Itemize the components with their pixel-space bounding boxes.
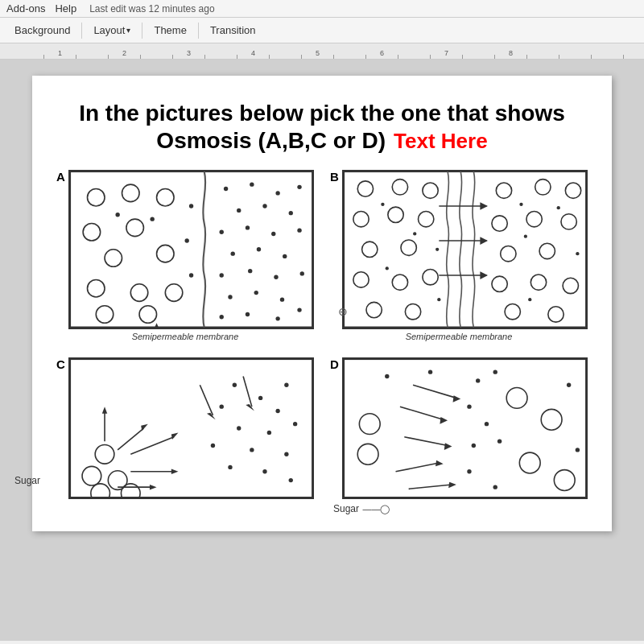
svg-point-121 xyxy=(288,478,292,482)
svg-point-143 xyxy=(476,378,480,382)
svg-point-32 xyxy=(219,274,223,278)
svg-point-37 xyxy=(254,291,258,295)
svg-point-34 xyxy=(274,275,278,279)
svg-point-114 xyxy=(267,431,271,435)
toolbar-divider-2 xyxy=(142,23,142,39)
diagram-d-sugar-label: Sugar xyxy=(330,503,359,514)
svg-point-144 xyxy=(493,369,497,374)
menu-addons[interactable]: Add-ons xyxy=(6,2,45,14)
text-here-label: Text Here xyxy=(394,129,488,154)
svg-point-23 xyxy=(262,204,266,208)
svg-point-119 xyxy=(228,465,232,469)
toolbar-divider-3 xyxy=(198,23,199,39)
svg-point-109 xyxy=(258,395,262,399)
zoom-icon[interactable]: ⊕ xyxy=(338,305,348,318)
menu-items: Add-ons Help xyxy=(6,2,76,14)
toolbar-divider-1 xyxy=(81,23,82,39)
svg-point-13 xyxy=(115,213,119,217)
diagram-c-wrapper: C xyxy=(56,357,314,515)
diagram-a-wrapper: A xyxy=(56,170,314,341)
svg-point-116 xyxy=(211,444,215,448)
svg-point-115 xyxy=(293,422,297,426)
diagram-b-svg: Sugar Water xyxy=(344,171,586,328)
svg-point-150 xyxy=(493,485,497,489)
svg-point-19 xyxy=(250,183,254,187)
ruler: 1 2 3 4 5 6 7 8 xyxy=(0,43,644,60)
svg-point-20 xyxy=(275,191,279,195)
svg-point-110 xyxy=(284,382,288,386)
svg-rect-89 xyxy=(70,359,312,497)
svg-point-16 xyxy=(184,239,188,243)
svg-point-62 xyxy=(413,232,416,235)
diagram-d-box: Water xyxy=(342,357,588,499)
layout-button[interactable]: Layout ▾ xyxy=(85,21,138,39)
diagram-b-box: Sugar Water xyxy=(342,170,588,329)
svg-point-118 xyxy=(284,452,288,456)
svg-point-36 xyxy=(228,295,232,299)
svg-point-152 xyxy=(428,369,432,374)
svg-point-38 xyxy=(280,298,284,302)
svg-point-30 xyxy=(257,247,261,251)
svg-point-14 xyxy=(150,217,154,221)
svg-point-153 xyxy=(567,382,571,386)
diagrams-grid: A xyxy=(56,170,588,515)
top-menu-bar: Add-ons Help Last edit was 12 minutes ag… xyxy=(0,0,644,18)
svg-point-147 xyxy=(471,444,475,448)
title-line1: In the pictures below pick the one that … xyxy=(56,100,588,127)
diagram-a-caption: Semipermeable membrane xyxy=(56,332,314,341)
background-button[interactable]: Background xyxy=(6,21,78,39)
transition-button[interactable]: Transition xyxy=(202,21,264,39)
svg-point-64 xyxy=(385,266,388,270)
diagram-a-box: Sugar Water xyxy=(68,170,314,329)
svg-rect-125 xyxy=(344,359,586,497)
svg-point-149 xyxy=(467,469,471,473)
svg-point-21 xyxy=(297,185,301,189)
diagram-b-caption: Semipermeable membrane xyxy=(330,332,588,341)
svg-point-120 xyxy=(262,469,266,473)
svg-point-18 xyxy=(224,187,228,191)
svg-point-28 xyxy=(297,229,301,233)
svg-point-83 xyxy=(556,206,559,209)
menu-help[interactable]: Help xyxy=(55,2,76,14)
svg-point-154 xyxy=(576,448,580,452)
svg-point-33 xyxy=(248,269,252,273)
layout-label: Layout xyxy=(93,24,125,36)
svg-point-22 xyxy=(237,208,241,213)
diagram-d-wrapper: D xyxy=(330,357,588,515)
svg-point-113 xyxy=(237,426,241,430)
svg-point-35 xyxy=(299,271,303,275)
svg-point-25 xyxy=(219,230,223,234)
svg-point-148 xyxy=(497,439,502,443)
diagram-a-svg: Sugar Water xyxy=(70,171,312,328)
svg-rect-0 xyxy=(70,171,312,328)
svg-point-86 xyxy=(528,298,531,301)
svg-point-41 xyxy=(275,316,279,320)
svg-point-17 xyxy=(189,274,193,278)
svg-point-40 xyxy=(246,312,250,316)
layout-dropdown-arrow: ▾ xyxy=(126,26,130,35)
diagram-a-label: A xyxy=(56,170,65,184)
svg-point-26 xyxy=(246,225,250,229)
diagram-d-svg: Water xyxy=(344,359,586,497)
svg-point-145 xyxy=(467,404,471,408)
svg-point-146 xyxy=(485,422,489,426)
svg-point-108 xyxy=(233,382,237,386)
diagram-d-label: D xyxy=(330,357,339,371)
svg-rect-47 xyxy=(344,171,586,328)
svg-point-112 xyxy=(219,404,223,408)
svg-point-85 xyxy=(576,252,579,255)
toolbar: Background Layout ▾ Theme Transition xyxy=(0,18,644,43)
slide-area: In the pictures below pick the one that … xyxy=(0,60,644,641)
svg-point-42 xyxy=(297,308,301,312)
svg-point-27 xyxy=(271,232,275,236)
last-edit-text: Last edit was 12 minutes ago xyxy=(89,3,214,14)
diagram-c-label: C xyxy=(56,357,65,371)
diagram-c-box: Water xyxy=(68,357,314,499)
slide: In the pictures below pick the one that … xyxy=(32,76,612,531)
diagram-b-wrapper: B xyxy=(330,170,588,341)
theme-button[interactable]: Theme xyxy=(146,21,194,39)
svg-point-84 xyxy=(524,235,527,238)
slide-title: In the pictures below pick the one that … xyxy=(56,100,588,154)
svg-point-117 xyxy=(250,448,254,452)
svg-point-24 xyxy=(288,211,292,215)
